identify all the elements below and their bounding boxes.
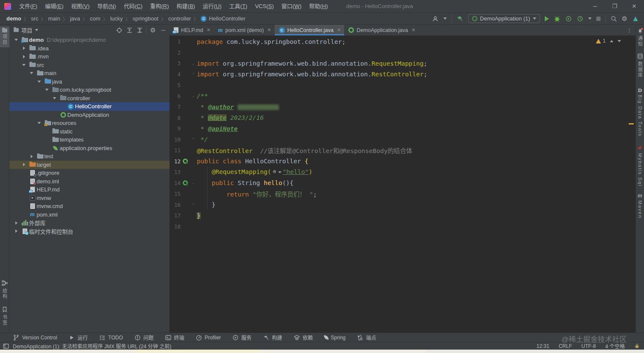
fold-marker-icon[interactable]: ⌃ (190, 72, 197, 76)
tool-stripe-项目[interactable]: 项目 (0, 26, 9, 47)
toolwindow-button-端点[interactable]: 端点 (356, 334, 376, 341)
user-icon[interactable] (432, 15, 439, 22)
tree-item-demo.iml[interactable]: demo.iml (9, 177, 170, 186)
tree-item-main[interactable]: main (9, 69, 170, 78)
expand-all-button[interactable] (126, 26, 133, 34)
spring-mapping-icon[interactable] (181, 180, 190, 185)
tree-item-.mvn[interactable]: .mvn (9, 52, 170, 61)
menu-编辑(E)[interactable]: 编辑(E) (41, 0, 67, 13)
menu-窗口(W)[interactable]: 窗口(W) (278, 0, 305, 13)
tree-chevron-icon[interactable] (20, 163, 28, 166)
tool-stripe-书签[interactable]: 书签 (1, 306, 8, 326)
tree-chevron-icon[interactable] (35, 81, 43, 83)
tree-item-HelloController[interactable]: CHelloController (9, 102, 170, 111)
search-icon[interactable] (610, 15, 617, 22)
tree-item-demo[interactable]: demoD:\deppon\project\demo (9, 36, 170, 44)
breadcrumb-item-lucky[interactable]: lucky (109, 15, 124, 22)
locate-file-button[interactable] (115, 26, 123, 34)
tab-options-icon[interactable]: ⋮ (627, 27, 632, 33)
tree-chevron-icon[interactable] (12, 229, 20, 233)
toolwindow-button-依赖[interactable]: 依赖 (293, 334, 313, 341)
status-widget-12:31[interactable]: 12:31 (537, 343, 549, 349)
status-message[interactable]: DemoApplication (1): 无法检索应用程序 JMX 服务 URL… (13, 342, 171, 350)
menu-代码(C)[interactable]: 代码(C) (120, 0, 146, 13)
fold-marker-icon[interactable]: ⌃ (190, 137, 197, 142)
tree-chevron-icon[interactable] (50, 97, 59, 99)
toolwindow-button-服务[interactable]: 服务 (232, 334, 252, 341)
chevron-down-icon[interactable] (35, 29, 38, 31)
tree-item-controller[interactable]: controller (9, 94, 170, 103)
tab-DemoApplication.java[interactable]: DemoApplication.java✕ (344, 25, 419, 35)
toolwindow-button-Version Control[interactable]: Version Control (13, 334, 57, 341)
menu-导航(N)[interactable]: 导航(N) (93, 0, 120, 13)
tree-item-.idea[interactable]: .idea (9, 44, 170, 53)
tree-item-application.properties[interactable]: application.properties (9, 144, 170, 153)
tree-chevron-icon[interactable] (43, 89, 51, 91)
tool-stripe-Mybatis Sql[interactable]: Mybatis Sql (637, 145, 644, 187)
tab-HelloController.java[interactable]: CHelloController.java✕ (275, 25, 345, 35)
tree-item-mvnw.cmd[interactable]: mvnw.cmd (9, 202, 170, 211)
collapse-all-button[interactable] (136, 26, 144, 34)
tree-chevron-icon[interactable] (27, 72, 36, 74)
menu-工具(T)[interactable]: 工具(T) (225, 0, 251, 13)
tree-item-mvnw[interactable]: >mvnw (9, 194, 170, 203)
tree-chevron-icon[interactable] (20, 46, 28, 50)
tree-item-com.lucky.springboot[interactable]: com.lucky.springboot (9, 86, 170, 94)
tree-item-java[interactable]: java (9, 78, 170, 86)
fold-marker-icon[interactable]: ⌃ (190, 203, 197, 207)
prev-warning-icon[interactable] (610, 40, 613, 42)
tree-item-DemoApplication[interactable]: DemoApplication (9, 111, 170, 119)
tool-stripe-通知[interactable]: 通知 (637, 27, 644, 47)
tab-close-icon[interactable]: ✕ (411, 27, 415, 33)
tree-item-resources[interactable]: resources (9, 119, 170, 127)
breadcrumb-item-HelloController[interactable]: CHelloController (199, 15, 247, 22)
menu-运行(U)[interactable]: 运行(U) (199, 0, 225, 13)
tree-chevron-icon[interactable] (12, 39, 20, 41)
toolwindow-button-Spring[interactable]: Spring (324, 335, 346, 341)
tool-stripe-数据库[interactable]: 数据库 (637, 53, 644, 78)
menu-帮助(H)[interactable]: 帮助(H) (305, 0, 332, 13)
menu-视图(V)[interactable]: 视图(V) (67, 0, 93, 13)
tree-item-test[interactable]: test (9, 152, 170, 161)
menu-重构(R)[interactable]: 重构(R) (147, 0, 173, 13)
build-hammer-icon[interactable] (457, 15, 463, 22)
menu-VCS(S)[interactable]: VCS(S) (251, 0, 278, 13)
tree-item-target[interactable]: target (9, 161, 170, 169)
menu-文件(F)[interactable]: 文件(F) (15, 0, 41, 13)
tab-pom.xml (demo)[interactable]: mpom.xml (demo)✕ (214, 25, 274, 35)
restore-button[interactable]: ❐ (605, 0, 624, 13)
mapping-url-inlay[interactable] (272, 169, 282, 176)
toolwindow-button-终端[interactable]: 终端 (165, 334, 184, 341)
breadcrumb-item-java[interactable]: java (69, 15, 81, 22)
lock-icon[interactable] (634, 343, 640, 349)
spring-bean-icon[interactable] (181, 159, 190, 164)
settings-gear-icon[interactable]: ⚙ (622, 15, 627, 22)
code-editor[interactable]: 1 1package com.lucky.springboot.controll… (170, 36, 635, 232)
tree-chevron-icon[interactable] (12, 221, 20, 225)
fold-marker-icon[interactable]: ⌵ (190, 94, 197, 98)
tool-windows-icon[interactable] (3, 343, 9, 350)
coverage-button[interactable] (577, 15, 584, 22)
panel-settings-icon[interactable]: ⚙ (149, 26, 157, 34)
fold-marker-icon[interactable]: ⌵ (190, 181, 197, 185)
toolwindow-button-TODO[interactable]: TODO (99, 334, 123, 341)
tab-close-icon[interactable]: ✕ (337, 27, 341, 33)
tree-item-src[interactable]: src (9, 61, 170, 69)
breadcrumb-item-springboot[interactable]: springboot (131, 15, 160, 22)
breadcrumb-item-controller[interactable]: controller (167, 15, 192, 22)
minimize-button[interactable]: ─ (585, 0, 605, 13)
breadcrumb-item-src[interactable]: src (30, 15, 40, 22)
debug-button[interactable] (554, 15, 561, 22)
fold-marker-icon[interactable]: ⌵ (190, 61, 197, 66)
tool-stripe-Maven[interactable]: mMaven (638, 193, 643, 219)
toolbox-logo-icon[interactable] (632, 15, 639, 22)
tree-item-pom.xml[interactable]: mpom.xml (9, 211, 170, 219)
tool-stripe-Big Data Tools[interactable]: DBig Data Tools (638, 87, 643, 137)
inspections-widget[interactable]: 1 (596, 38, 621, 44)
tree-item-临时文件和控制台[interactable]: ◷临时文件和控制台 (9, 227, 170, 236)
tree-item-static[interactable]: static (9, 127, 170, 136)
close-button[interactable]: ✕ (624, 0, 644, 13)
breadcrumb-item-com[interactable]: com (89, 15, 102, 22)
tree-item-templates[interactable]: templates (9, 136, 170, 144)
tree-chevron-icon[interactable] (27, 155, 36, 158)
